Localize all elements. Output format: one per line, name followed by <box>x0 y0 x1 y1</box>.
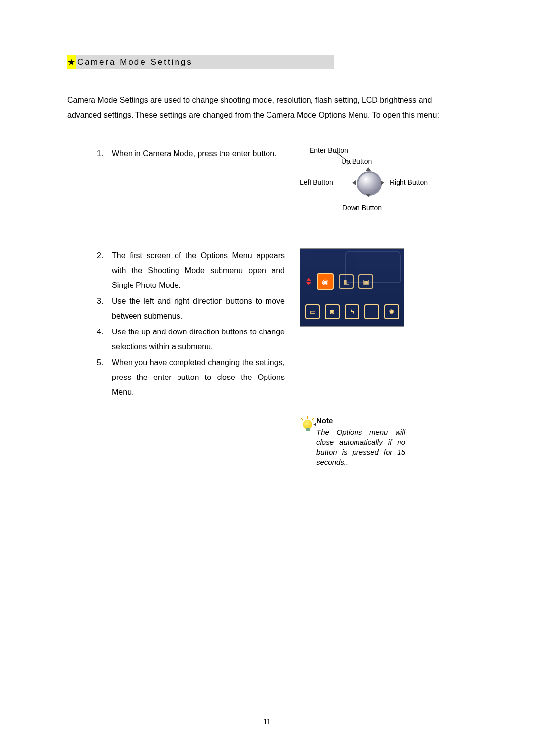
step-5-text: When you have completed changing the set… <box>112 355 285 400</box>
multi-shot-icon: ◧ <box>339 274 354 289</box>
row-step1: 1. When in Camera Mode, press the enter … <box>67 146 468 221</box>
step-3: 3. Use the left and right direction butt… <box>97 294 285 324</box>
step-list-2: 2. The first screen of the Options Menu … <box>67 248 285 401</box>
step-list-1: 1. When in Camera Mode, press the enter … <box>67 146 285 162</box>
arrow-down-icon <box>366 194 371 197</box>
content-area: ★ Camera Mode Settings Camera Mode Setti… <box>67 55 468 467</box>
note-header: Note <box>316 416 405 425</box>
submenu-row: ◉ ◧ ▣ <box>305 274 399 289</box>
label-up: Up Button <box>341 157 372 165</box>
step-4-number: 4. <box>97 325 112 354</box>
single-photo-mode-icon: ◉ <box>317 273 334 290</box>
manual-page: ★ Camera Mode Settings Camera Mode Setti… <box>0 0 534 756</box>
flash-tab-icon: ϟ <box>345 304 359 319</box>
step-4: 4. Use the up and down direction buttons… <box>97 325 285 354</box>
step-1-text: When in Camera Mode, press the enter but… <box>112 146 285 161</box>
arrow-right-icon <box>381 180 384 185</box>
step-3-number: 3. <box>97 294 112 324</box>
right-column: ◉ ◧ ▣ ▭ ◙ ϟ ≣ ✹ <box>285 248 408 467</box>
step-5-number: 5. <box>97 355 112 400</box>
step-1: 1. When in Camera Mode, press the enter … <box>97 146 285 161</box>
step-2-number: 2. <box>97 248 112 293</box>
note-text: Note The Options menu will close automat… <box>316 416 405 467</box>
up-down-indicator-icon <box>305 278 312 285</box>
section-heading: ★ Camera Mode Settings <box>67 55 334 69</box>
arrow-left-icon <box>352 180 356 185</box>
star-icon: ★ <box>67 55 76 69</box>
options-menu-screenshot: ◉ ◧ ▣ ▭ ◙ ϟ ≣ ✹ <box>300 248 404 327</box>
step-3-text: Use the left and right direction buttons… <box>112 294 285 324</box>
label-right: Right Button <box>390 178 428 186</box>
label-enter: Enter Button <box>310 146 348 154</box>
section-heading-text: Camera Mode Settings <box>77 57 193 67</box>
mode-tab-icon: ▭ <box>305 304 320 319</box>
step-4-text: Use the up and down direction buttons to… <box>112 325 285 354</box>
menu-tabs-row: ▭ ◙ ϟ ≣ ✹ <box>305 304 399 319</box>
page-number: 11 <box>0 717 534 726</box>
timer-shot-icon: ▣ <box>358 274 373 289</box>
arrow-up-icon <box>366 167 371 171</box>
step-2-text: The first screen of the Options Menu app… <box>112 248 285 293</box>
row-steps-2-5: 2. The first screen of the Options Menu … <box>67 248 468 467</box>
leader-up <box>365 162 365 167</box>
resolution-tab-icon: ◙ <box>325 304 340 319</box>
lightbulb-icon <box>300 416 316 432</box>
label-left: Left Button <box>300 178 333 186</box>
note-body: The Options menu will close automaticall… <box>316 427 405 467</box>
label-down: Down Button <box>342 204 382 212</box>
step-5: 5. When you have completed changing the … <box>97 355 285 400</box>
list-tab-icon: ≣ <box>364 304 379 319</box>
step-2: 2. The first screen of the Options Menu … <box>97 248 285 293</box>
intro-paragraph: Camera Mode Settings are used to change … <box>67 93 463 123</box>
joystick-diagram: Enter Button Up Button Left Button Right… <box>300 146 428 221</box>
joystick-icon <box>357 171 382 196</box>
settings-tab-icon: ✹ <box>384 304 399 319</box>
step-1-number: 1. <box>97 146 112 161</box>
note-block: Note The Options menu will close automat… <box>300 416 408 467</box>
